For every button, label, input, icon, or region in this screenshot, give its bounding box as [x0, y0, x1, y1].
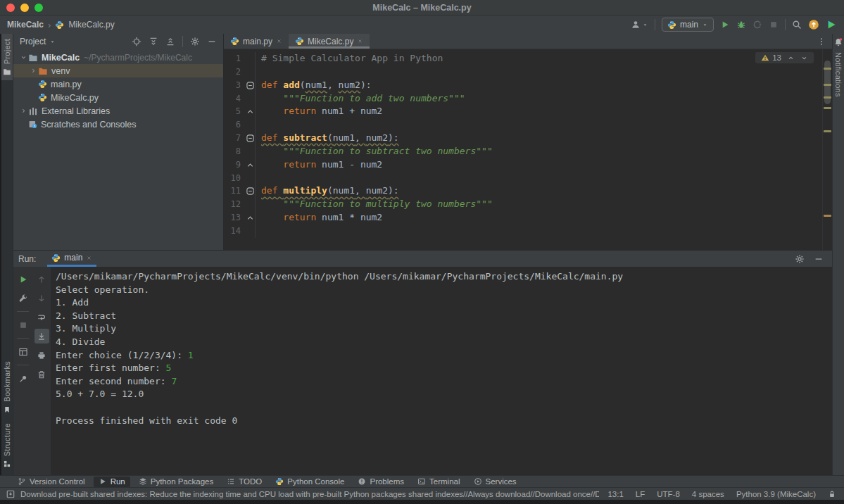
tree-item-scratches-and-consoles[interactable]: Scratches and Consoles — [13, 118, 223, 131]
python-icon — [230, 37, 239, 46]
console-line: 4. Divide — [56, 336, 832, 349]
user-menu-button[interactable] — [631, 20, 648, 30]
close-icon[interactable] — [276, 38, 282, 44]
warning-stripe-mark[interactable] — [824, 68, 831, 70]
edit-configuration-button[interactable] — [15, 291, 30, 305]
tool-window-button-problems[interactable]: Problems — [353, 477, 409, 487]
fold-marker[interactable] — [245, 105, 256, 118]
fold-gutter — [245, 118, 256, 132]
warning-stripe-mark[interactable] — [824, 107, 831, 109]
notifications-bell-icon[interactable] — [833, 37, 843, 47]
tree-item-main-py[interactable]: main.py — [13, 77, 223, 91]
warning-stripe-mark[interactable] — [824, 84, 831, 86]
hide-panel-icon[interactable] — [207, 37, 217, 46]
stripe-item-structure[interactable]: Structure — [1, 418, 13, 472]
tree-item-venv[interactable]: venv — [13, 64, 223, 77]
shared-indexes-icon[interactable] — [6, 489, 15, 499]
kebab-menu-icon[interactable] — [817, 37, 826, 46]
debug-button[interactable] — [736, 20, 746, 30]
tree-item-mikecalc-py[interactable]: MikeCalc.py — [13, 91, 223, 104]
hide-panel-icon[interactable] — [814, 254, 824, 264]
tool-window-button-terminal[interactable]: Terminal — [412, 477, 465, 487]
ide-update-icon[interactable] — [808, 19, 819, 30]
gear-icon[interactable] — [190, 37, 200, 46]
rerun-button[interactable] — [15, 272, 30, 286]
run-configuration-select[interactable]: main — [662, 18, 714, 32]
editor-tab-mikecalc-py[interactable]: MikeCalc.py — [289, 34, 370, 49]
line-number: 7 — [224, 132, 245, 145]
code-text: # Simple Calculator App in Python — [256, 52, 443, 65]
indent-setting[interactable]: 4 spaces — [692, 490, 724, 498]
close-window-button[interactable] — [6, 4, 15, 12]
fold-marker[interactable] — [245, 184, 256, 198]
chevron-down-icon[interactable] — [49, 39, 56, 45]
close-icon[interactable] — [357, 38, 363, 44]
clear-console-button[interactable] — [34, 367, 49, 382]
error-stripe[interactable] — [822, 49, 832, 250]
status-link-download-once[interactable]: Download once — [535, 490, 591, 498]
code-line: 12 """Function to multiply two numbers""… — [224, 198, 832, 211]
next-warning-icon[interactable] — [800, 54, 808, 62]
tool-window-button-run[interactable]: Run — [94, 477, 130, 487]
run-toolbar-console — [32, 267, 51, 475]
traffic-lights — [0, 4, 43, 12]
tool-window-button-todo[interactable]: TODO — [222, 477, 267, 487]
file-encoding[interactable]: UTF-8 — [657, 490, 680, 498]
code-editor-area[interactable]: 1# Simple Calculator App in Python2 3def… — [224, 49, 832, 250]
fold-marker[interactable] — [245, 79, 256, 92]
prev-warning-icon[interactable] — [787, 54, 795, 62]
breadcrumb: MikeCalc › MikeCalc.py — [7, 20, 115, 30]
search-everywhere-icon[interactable] — [792, 20, 802, 30]
code-token: num1 - num2 — [316, 159, 382, 170]
expand-all-icon[interactable] — [149, 37, 158, 46]
tree-item-external-libraries[interactable]: External Libraries — [13, 104, 223, 118]
breadcrumb-file[interactable]: MikeCalc.py — [68, 20, 114, 30]
warning-stripe-mark[interactable] — [824, 130, 831, 132]
chevron-right-icon[interactable] — [18, 107, 28, 115]
collapse-all-icon[interactable] — [165, 37, 175, 46]
tool-window-button-services[interactable]: Services — [469, 477, 522, 487]
line-separator[interactable]: LF — [636, 490, 645, 498]
tool-window-button-python-console[interactable]: Python Console — [270, 477, 349, 487]
tool-window-button-python-packages[interactable]: Python Packages — [134, 477, 219, 487]
locate-file-icon[interactable] — [132, 37, 141, 46]
soft-wrap-button[interactable] — [34, 310, 49, 325]
code-line: 9 return num1 - num2 — [224, 158, 832, 172]
project-panel-title[interactable]: Project — [20, 37, 46, 46]
chevron-down-icon[interactable] — [18, 53, 28, 61]
fold-marker[interactable] — [245, 132, 256, 145]
inspections-widget[interactable]: 13 — [755, 52, 814, 63]
scroll-to-end-button[interactable] — [34, 329, 49, 344]
gear-icon[interactable] — [795, 254, 805, 264]
print-button[interactable] — [34, 348, 49, 363]
tool-window-button-version-control[interactable]: Version Control — [13, 477, 90, 487]
stripe-item-project[interactable]: Project — [1, 34, 13, 80]
chevron-right-icon[interactable] — [28, 67, 38, 75]
caret-position[interactable]: 13:1 — [607, 490, 623, 498]
zoom-window-button[interactable] — [34, 4, 43, 12]
stripe-notifications-label[interactable]: Notifications — [834, 52, 843, 97]
breadcrumb-project[interactable]: MikeCalc — [7, 20, 44, 30]
editor-tab-main-py[interactable]: main.py — [224, 34, 289, 49]
title-bar[interactable]: MikeCalc – MikeCalc.py — [0, 0, 844, 15]
interpreter[interactable]: Python 3.9 (MikeCalc) — [736, 490, 816, 498]
stripe-item-bookmarks[interactable]: Bookmarks — [1, 356, 13, 418]
line-number: 12 — [224, 198, 245, 211]
run-button[interactable] — [720, 20, 730, 30]
warning-stripe-mark[interactable] — [824, 215, 831, 217]
gradient-play-icon[interactable] — [826, 19, 837, 30]
run-with-coverage-button[interactable] — [752, 20, 762, 30]
fold-marker[interactable] — [245, 211, 256, 225]
minimize-window-button[interactable] — [20, 4, 29, 12]
tree-item-mikecalc[interactable]: MikeCalc~/PycharmProjects/MikeCalc — [13, 51, 223, 64]
status-link-always-download[interactable]: Always download — [467, 490, 530, 498]
warning-stripe-mark[interactable] — [824, 96, 831, 99]
pin-tab-button[interactable] — [15, 371, 30, 386]
problems-icon — [358, 477, 366, 486]
restore-layout-button[interactable] — [15, 344, 30, 359]
fold-marker[interactable] — [245, 158, 256, 172]
close-icon[interactable] — [86, 255, 92, 261]
run-tab-main[interactable]: main — [47, 251, 96, 267]
run-console-output[interactable]: /Users/mikamar/PycharmProjects/MikeCalc/… — [51, 267, 832, 475]
lock-icon[interactable] — [828, 490, 836, 498]
